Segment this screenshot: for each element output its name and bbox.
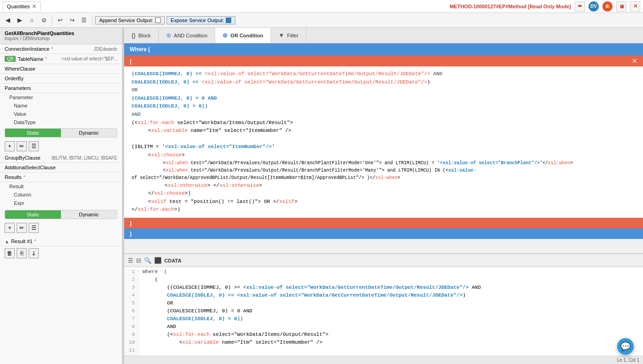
edit-icon-btn[interactable]: ✏ (575, 1, 585, 12)
menu-result-btn[interactable]: ☰ (29, 223, 39, 233)
code-line-14: of select="/WorkData/ApprovedBPList/Outp… (132, 174, 636, 182)
add-param-btn[interactable]: + (5, 141, 15, 151)
result-dynamic-tab[interactable]: Dynamic (61, 210, 117, 219)
delete-block-btn[interactable]: ✕ (632, 57, 637, 65)
param-value-item[interactable]: Value (0, 110, 122, 118)
qb-badge: QB (5, 56, 16, 62)
additional-select-section[interactable]: AdditonalSelectClause (0, 163, 122, 173)
stop-btn[interactable]: ⊘ (39, 15, 49, 25)
toolbar: ◀ ▶ ⌂ ⊘ ↩ ↪ ☰ Append Service Output: Exp… (0, 13, 643, 28)
table-name-label: TableName (18, 56, 43, 62)
dynamic-tab[interactable]: Dynamic (61, 129, 117, 137)
table-required: * (45, 56, 47, 61)
sidebar: GetAllBranchPlantQuantities Inquire / DB… (0, 28, 122, 364)
code-line-16: </xsl:choose>) (132, 190, 636, 198)
expose-label: Expose Service Output: (171, 18, 224, 23)
close-blue-bracket: ) (124, 228, 643, 239)
expose-checkbox[interactable] (226, 18, 231, 23)
block-tab-label: Block (138, 33, 151, 38)
filter-icon: ▼ (278, 32, 284, 39)
expose-service-badge[interactable]: Expose Service Output: (167, 16, 236, 24)
parameters-section[interactable]: Parameters (0, 84, 122, 93)
table-name-section[interactable]: QB TableName * <xsl:value-of select="$EP… (0, 54, 122, 64)
notification-icon[interactable]: 🔔 (602, 1, 613, 12)
undo-btn[interactable]: ↩ (55, 15, 65, 25)
or-icon: ⊕ (222, 32, 228, 39)
code-line-6: AND (132, 111, 636, 119)
list-view-icon[interactable]: ☰ (128, 257, 133, 264)
add-result-btn[interactable]: + (5, 223, 15, 233)
arrow-icon: ▲ (5, 239, 9, 244)
forward-btn[interactable]: ▶ (15, 15, 25, 25)
code-line-1: (COALESCE(IOMMEJ, 0) >= <xsl:value-of se… (132, 70, 636, 78)
parameter-item[interactable]: Parameter (0, 93, 122, 101)
code-line-8: <xsl:variable name="Itm" select="ItemNum… (132, 127, 636, 135)
close-window-btn[interactable]: ✕ (630, 1, 640, 12)
static-tab[interactable]: Static (5, 129, 61, 137)
status-text: Ln 1, Col 1 (617, 358, 639, 363)
block-tab[interactable]: {} Block (124, 28, 159, 43)
filter-tab[interactable]: ▼ Filter (271, 28, 306, 43)
code-line-15: <xsl:otherwise> </xsl:otherwise> (132, 182, 636, 190)
code-view-icon[interactable]: ⬛ (154, 257, 162, 264)
where-label: Where ( (130, 46, 150, 53)
editor-line-8: 8 AND (124, 324, 643, 332)
copy-result-btn[interactable]: ⎘ (17, 248, 27, 258)
editor-line-10: 10 <xsl:variable name="Itm" select="Item… (124, 340, 643, 347)
code-line-13: <xsl:when test="/WorkData/Prevalues/Outp… (132, 167, 636, 174)
where-bar: Where ( (124, 43, 643, 55)
column-item[interactable]: Column (0, 191, 122, 199)
result-item[interactable]: Result (0, 182, 122, 191)
expr-item[interactable]: Expr (0, 199, 122, 207)
editor-toolbar: ☰ ⊟ 🔍 ⬛ CDATA (124, 254, 643, 267)
content-area: {} Block ⊕ AND Condition ⊕ OR Condition … (124, 28, 643, 364)
editor-status: Ln 1, Col 1 (124, 356, 643, 364)
connection-instance-section[interactable]: ConnectionInstance * JDEdwards (0, 44, 122, 54)
edit-result-btn[interactable]: ✏ (17, 223, 27, 233)
redo-btn[interactable]: ↪ (67, 15, 77, 25)
dv-avatar: DV (589, 1, 599, 12)
list-btn[interactable]: ☰ (79, 15, 89, 25)
search-icon[interactable]: 🔍 (144, 257, 151, 264)
home-btn[interactable]: ⌂ (27, 15, 37, 25)
sidebar-subtitle: Inquire / DBWorkshop (5, 36, 117, 41)
param-datatype-item[interactable]: DataType (0, 118, 122, 126)
results-section[interactable]: Results * (0, 173, 122, 182)
editor-line-3: 3 ((COALESCE(IOMMEJ, 0) >= <xsl:value-of… (124, 285, 643, 292)
main-tab[interactable]: Quantities ✕ (3, 1, 41, 12)
group-by-label: GroupByClause (5, 155, 41, 161)
result-actions: + ✏ ☰ (0, 221, 122, 235)
param-name-item[interactable]: Name (0, 101, 122, 110)
edit-param-btn[interactable]: ✏ (17, 141, 27, 151)
group-by-section[interactable]: GroupByClause IBLITM, IBITM, LIMCU, IBSA… (0, 153, 122, 163)
editor-content[interactable]: 1 Where ( 2 ( 3 ((COALESCE(IOMMEJ, 0) >=… (124, 267, 643, 356)
chat-bubble[interactable]: 💬 (617, 338, 634, 355)
title-right: METHOD-10000127#EP#Method [Read Only Mod… (450, 1, 640, 12)
split-view-icon[interactable]: ⊟ (136, 257, 141, 264)
where-clause-section[interactable]: WhereClause (0, 64, 122, 74)
append-checkbox[interactable] (155, 18, 161, 23)
parameters-label: Parameters (5, 85, 31, 91)
order-by-section[interactable]: OrderBy (0, 74, 122, 84)
code-line-17: <xslif test = "position() != last()"> OR… (132, 198, 636, 206)
or-condition-tab[interactable]: ⊕ OR Condition (215, 28, 271, 43)
table-value: <xsl:value-of select="$EP... (61, 56, 117, 61)
download-result-btn[interactable]: ⤓ (29, 248, 39, 258)
main-layout: GetAllBranchPlantQuantities Inquire / DB… (0, 28, 643, 364)
append-service-badge[interactable]: Append Service Output: (95, 16, 165, 24)
result-num-section[interactable]: ▲ Result #1 * (0, 237, 122, 246)
delete-result-btn[interactable]: 🗑 (5, 248, 15, 258)
group-by-value: IBLITM, IBITM, LIMCU, IBSAFE (52, 155, 117, 161)
code-scroll[interactable]: ( ✕ (COALESCE(IOMMEJ, 0) >= <xsl:value-o… (124, 55, 643, 253)
menu-param-btn[interactable]: ☰ (29, 141, 39, 151)
result-static-tab[interactable]: Static (5, 210, 61, 219)
code-line-9 (132, 135, 636, 143)
and-condition-tab[interactable]: ⊕ AND Condition (159, 28, 216, 43)
cdata-label: CDATA (164, 258, 181, 263)
monitor-icon-btn[interactable]: 🖥 (616, 1, 626, 12)
results-label: Results (5, 174, 22, 180)
code-content: (COALESCE(IOMMEJ, 0) >= <xsl:value-of se… (124, 66, 643, 218)
close-icon[interactable]: ✕ (32, 3, 36, 10)
sep1 (52, 16, 52, 25)
back-btn[interactable]: ◀ (3, 15, 13, 25)
